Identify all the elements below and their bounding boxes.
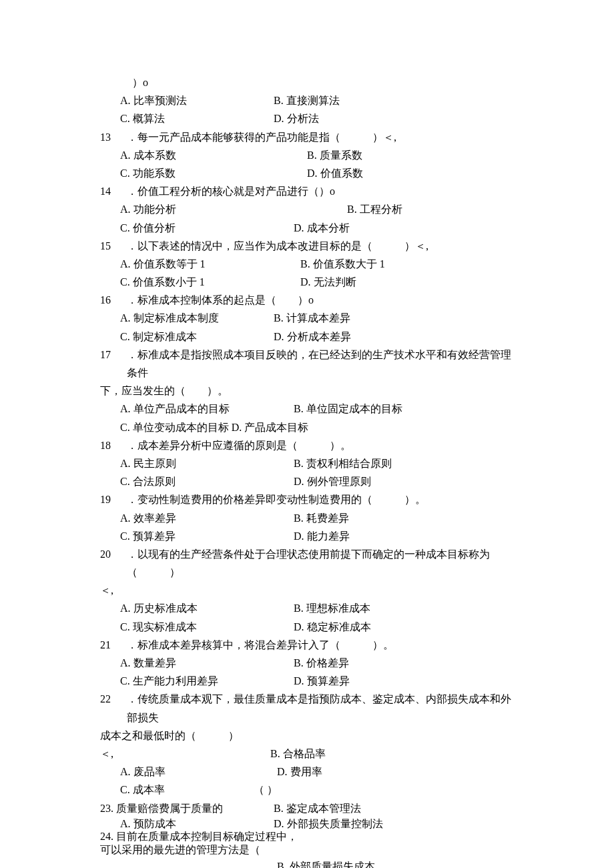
- q22-b: B. 合格品率: [270, 745, 326, 763]
- q21-num: 21: [100, 636, 127, 654]
- q20-num: 20: [100, 545, 127, 563]
- q14-num: 14: [100, 182, 127, 200]
- q17-row1: A. 单位产品成本的目标 B. 单位固定成本的目标: [120, 400, 514, 418]
- q12-d: D. 分析法: [274, 109, 319, 127]
- q13-d: D. 价值系数: [307, 164, 363, 182]
- q17-a: A. 单位产品成本的目标: [120, 400, 294, 418]
- q15-b: B. 价值系数大于 1: [300, 255, 385, 273]
- q12-options-row1: A. 比率预测法 B. 直接测算法: [120, 91, 514, 109]
- q23-row: 23. 质量赔偿费属于质量的 B. 鉴定成本管理法: [100, 799, 514, 817]
- document-page: ）o A. 比率预测法 B. 直接测算法 C. 概算法 D. 分析法 13 ．每…: [0, 0, 614, 868]
- q24-stem2: 可以采用的最先进的管理方法是（: [100, 843, 514, 857]
- q18-a: A. 民主原则: [120, 454, 294, 472]
- q20-b: B. 理想标准成本: [294, 599, 370, 617]
- q16-row1: A. 制定标准成本制度 B. 计算成本差异: [120, 309, 514, 327]
- q19-row2: C. 预算差异 D. 能力差异: [120, 527, 514, 545]
- q20-c: C. 现实标准成本: [120, 618, 294, 636]
- q17-b: B. 单位固定成本的目标: [294, 400, 402, 418]
- q22-stem3: ＜,: [100, 745, 113, 763]
- q19-a: A. 效率差异: [120, 509, 294, 527]
- q16-num: 16: [100, 291, 127, 309]
- q14-c: C. 价值分析: [120, 219, 294, 237]
- q14-stem: ．价值工程分析的核心就是对产品进行（）o: [127, 182, 335, 200]
- q20-stem: ．以现有的生产经营条件处于合理状态使用前提下而确定的一种成本目标称为（ ）: [127, 545, 514, 581]
- q13-a: A. 成本系数: [120, 146, 307, 164]
- q23-paren: （ ）: [254, 781, 278, 799]
- q23-r3: B. 外部质量损失成本: [277, 857, 514, 868]
- q13-c: C. 功能系数: [120, 164, 307, 182]
- q20-a: A. 历史标准成本: [120, 599, 294, 617]
- q17: 17 ．标准成本是指按照成本项目反映的，在已经达到的生产技术水平和有效经营管理条…: [100, 346, 514, 382]
- q18-d: D. 例外管理原则: [294, 472, 371, 490]
- q15-row2: C. 价值系数小于 1 D. 无法判断: [120, 273, 514, 291]
- q19-num: 19: [100, 490, 127, 508]
- q13-row2: C. 功能系数 D. 价值系数: [120, 164, 514, 182]
- q23-r2: D. 外部损失质量控制法: [274, 817, 383, 830]
- q16-a: A. 制定标准成本制度: [120, 309, 274, 327]
- q14-a: A. 功能分析: [120, 200, 347, 218]
- q12-options-row2: C. 概算法 D. 分析法: [120, 109, 514, 127]
- q18-b: B. 责权利相结合原则: [294, 454, 392, 472]
- q16-d: D. 分析成本差异: [274, 328, 351, 346]
- q18-c: C. 合法原则: [120, 472, 294, 490]
- q23-r1: B. 鉴定成本管理法: [274, 799, 361, 817]
- q13: 13 ．每一元产品成本能够获得的产品功能是指（ ）＜,: [100, 128, 514, 146]
- q21-a: A. 数量差异: [120, 654, 294, 672]
- q22-d: D. 费用率: [277, 763, 322, 781]
- q16-c: C. 制定标准成本: [120, 328, 274, 346]
- q24-stem1: 24. 目前在质量成本控制目标确定过程中，: [100, 830, 514, 843]
- q15-c: C. 价值系数小于 1: [120, 273, 300, 291]
- q16-stem: ．标准成本控制体系的起点是（ ）o: [127, 291, 314, 309]
- q19-c: C. 预算差异: [120, 527, 294, 545]
- q21-row2: C. 生产能力利用差异 D. 预算差异: [120, 672, 514, 690]
- q17-num: 17: [100, 346, 127, 364]
- q16-b: B. 计算成本差异: [274, 309, 350, 327]
- q14-b: B. 工程分析: [347, 200, 402, 218]
- q14-d: D. 成本分析: [294, 219, 350, 237]
- q15-d: D. 无法判断: [300, 273, 356, 291]
- q18-stem: ．成本差异分析中应遵循的原则是（ ）。: [127, 436, 351, 454]
- q21-stem: ．标准成本差异核算中，将混合差异计入了（ ）。: [127, 636, 394, 654]
- q18-row2: C. 合法原则 D. 例外管理原则: [120, 472, 514, 490]
- q15-num: 15: [100, 237, 127, 255]
- q23-a: A. 预防成本: [120, 817, 274, 830]
- q21-b: B. 价格差异: [294, 654, 349, 672]
- q22-row-c: C. 成本率 （ ）: [120, 781, 514, 799]
- q15-row1: A. 价值系数等于 1 B. 价值系数大于 1: [120, 255, 514, 273]
- q19-stem: ．变动性制造费用的价格差异即变动性制造费用的（ ）。: [127, 490, 426, 508]
- q19: 19 ．变动性制造费用的价格差异即变动性制造费用的（ ）。: [100, 490, 514, 508]
- q13-row1: A. 成本系数 B. 质量系数: [120, 146, 514, 164]
- q23-num-stem: 23. 质量赔偿费属于质量的: [100, 799, 274, 817]
- q13-b: B. 质量系数: [307, 146, 362, 164]
- q16: 16 ．标准成本控制体系的起点是（ ）o: [100, 291, 514, 309]
- q20-d: D. 稳定标准成本: [294, 618, 371, 636]
- q15-a: A. 价值系数等于 1: [120, 255, 300, 273]
- q16-row2: C. 制定标准成本 D. 分析成本差异: [120, 328, 514, 346]
- q13-num: 13: [100, 128, 127, 146]
- q14-row2: C. 价值分析 D. 成本分析: [120, 219, 514, 237]
- q14-row1: A. 功能分析 B. 工程分析: [120, 200, 514, 218]
- q20: 20 ．以现有的生产经营条件处于合理状态使用前提下而确定的一种成本目标称为（ ）: [100, 545, 514, 581]
- q17-stem2: 下，应当发生的（ ）。: [100, 382, 514, 400]
- q18-row1: A. 民主原则 B. 责权利相结合原则: [120, 454, 514, 472]
- q14: 14 ．价值工程分析的核心就是对产品进行（）o: [100, 182, 514, 200]
- q22-stem2: 成本之和最低时的（ ）: [100, 727, 514, 745]
- q22-a: A. 废品率: [120, 763, 277, 781]
- q19-b: B. 耗费差异: [294, 509, 349, 527]
- q12-c: C. 概算法: [120, 109, 274, 127]
- q17-cd: C. 单位变动成本的目标 D. 产品成本目标: [120, 418, 514, 436]
- q15: 15 ．以下表述的情况中，应当作为成本改进目标的是（ ）＜,: [100, 237, 514, 255]
- q20-stem2: ＜,: [100, 581, 514, 599]
- q19-row1: A. 效率差异 B. 耗费差异: [120, 509, 514, 527]
- q22: 22 ．传统质量成本观下，最佳质量成本是指预防成本、鉴定成本、内部损失成本和外部…: [100, 690, 514, 726]
- q21-row1: A. 数量差异 B. 价格差异: [120, 654, 514, 672]
- q23-rowA: A. 预防成本 D. 外部损失质量控制法: [100, 817, 514, 830]
- q17-stem: ．标准成本是指按照成本项目反映的，在已经达到的生产技术水平和有效经营管理条件: [127, 346, 514, 382]
- intro-tail: ）o: [132, 73, 514, 91]
- q22-stem: ．传统质量成本观下，最佳质量成本是指预防成本、鉴定成本、内部损失成本和外部损失: [127, 690, 514, 726]
- q18-num: 18: [100, 436, 127, 454]
- q21: 21 ．标准成本差异核算中，将混合差异计入了（ ）。: [100, 636, 514, 654]
- q18: 18 ．成本差异分析中应遵循的原则是（ ）。: [100, 436, 514, 454]
- q13-stem: ．每一元产品成本能够获得的产品功能是指（ ）＜,: [127, 128, 396, 146]
- q12-b: B. 直接测算法: [274, 91, 340, 109]
